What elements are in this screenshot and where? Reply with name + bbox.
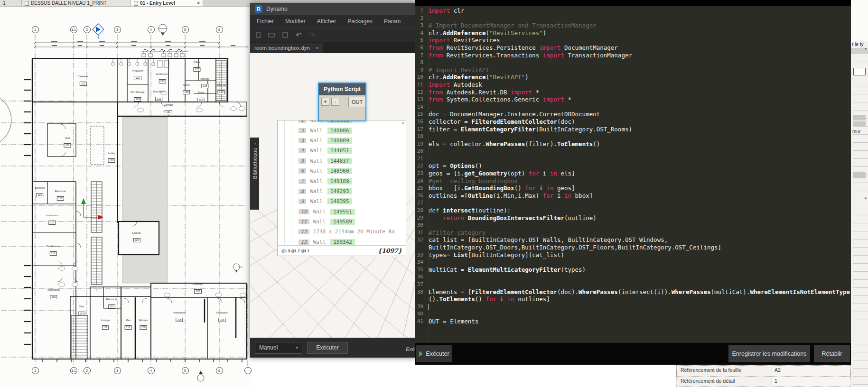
run-mode-select[interactable]: Manuel ▾ — [255, 342, 302, 354]
code-line: 37 — [415, 281, 851, 288]
plan-view-icon — [25, 1, 29, 6]
property-label: Référencement du détail — [677, 377, 772, 387]
save-icon[interactable] — [282, 32, 288, 38]
line-number: 1 — [415, 7, 426, 15]
line-number: 23 — [415, 170, 426, 177]
view-tab-label: 01 - Entry Level — [140, 0, 175, 6]
menu-item-fichier[interactable]: Fichier — [257, 18, 274, 25]
line-number: 33 — [415, 251, 426, 259]
line-number: 39 — [415, 303, 426, 311]
code-area[interactable]: 1import clr23# Import DocumentManager an… — [415, 6, 851, 343]
line-number: 24 — [415, 177, 426, 185]
code-text: #get ceiling boundingbox — [426, 177, 518, 185]
library-tab[interactable]: → Bibliothèque — [250, 138, 259, 210]
redo-icon[interactable]: ↷ — [309, 31, 316, 38]
code-line: 14 — [415, 103, 851, 111]
editor-run-button[interactable]: Exécuter — [416, 345, 452, 362]
list-item: 8Wall149293 — [278, 186, 406, 196]
doc-tab[interactable]: room boundingbox.dyn × — [250, 43, 323, 53]
code-line: 8 — [415, 59, 851, 66]
new-file-icon[interactable] — [256, 32, 261, 38]
line-number: 2 — [415, 15, 426, 22]
code-line: 26outlines =[Outline(i.Min,i.Max) for i … — [415, 192, 851, 200]
revit-logo-icon: R — [255, 5, 262, 13]
code-line: 3# Import DocumentManager and Transactio… — [415, 22, 851, 29]
code-text: import clr — [426, 7, 464, 15]
asterisk-icon: ∗ — [864, 47, 867, 51]
undo-icon[interactable]: ↶ — [296, 31, 302, 38]
view-tab-entry-level[interactable]: 01 - Entry Level × — [131, 0, 203, 6]
code-text: outlines =[Outline(i.Min,i.Max) for i in… — [426, 192, 593, 200]
property-row[interactable]: Référencement de la feuille A2 — [677, 366, 850, 377]
menu-item-param[interactable]: Param — [384, 18, 401, 25]
line-number: 36 — [415, 273, 426, 281]
menu-item-packages[interactable]: Packages — [347, 18, 373, 25]
python-script-node[interactable]: Python Script + - OUT — [318, 83, 366, 121]
save-changes-button[interactable]: Enregistrer les modifications — [728, 345, 810, 362]
watch-list-rows: 1Wall1400032Wall1400063Wall1400094Wall14… — [278, 120, 406, 247]
list-index: 2 — [299, 128, 306, 133]
list-index: 1 — [299, 120, 306, 123]
line-number: 35 — [415, 266, 426, 274]
code-line: 34 — [415, 258, 851, 266]
python-script-editor: 1import clr23# Import DocumentManager an… — [415, 0, 851, 365]
line-number: 18 — [415, 133, 426, 140]
watch-list-node[interactable]: 1Wall1400032Wall1400063Wall1400094Wall14… — [277, 120, 406, 256]
out-port[interactable]: OUT — [348, 97, 365, 107]
code-line: 17filter = ElementCategoryFilter(BuiltIn… — [415, 126, 851, 133]
editor-bottom-bar: Exécuter Enregistrer les modifications R… — [415, 343, 851, 365]
dynamo-title-bar[interactable]: R Dynamo — [250, 3, 416, 15]
element-type: Wall — [310, 198, 323, 204]
view-tab-partial[interactable]: 1 — [0, 0, 22, 6]
code-line: 11import Autodesk — [415, 81, 851, 89]
menu-item-modifier[interactable]: Modifier — [285, 18, 306, 25]
close-icon[interactable]: × — [197, 0, 200, 6]
element-id: 148960 — [327, 168, 352, 174]
close-icon[interactable]: × — [316, 45, 319, 51]
revert-button[interactable]: Rétablir — [814, 345, 850, 362]
python-node-title[interactable]: Python Script — [319, 83, 365, 95]
gutter-divider — [428, 6, 429, 343]
text-cursor — [429, 304, 429, 310]
menu-item-afficher[interactable]: Afficher — [317, 18, 336, 25]
element-type: Wall — [313, 239, 326, 245]
element-type: Wall — [310, 158, 323, 164]
code-line: 16collector = FilteredElementCollector(d… — [415, 118, 851, 126]
element-id: 140009 — [327, 138, 352, 144]
dynamo-canvas[interactable]: → Bibliothèque 1Wall1400032Wall1400063Wa… — [250, 53, 416, 338]
view-tab-dessus-dalle[interactable]: DESSUS DALLE NIVEAU 1_PRINT — [22, 0, 131, 6]
line-number: 9 — [415, 66, 426, 74]
code-line: 31#filter category — [415, 229, 851, 237]
remove-input-button[interactable]: - — [331, 98, 339, 106]
run-mode-value: Manuel — [259, 344, 278, 351]
line-number: 27 — [415, 199, 426, 207]
open-file-icon[interactable] — [268, 33, 275, 37]
run-button[interactable]: Exécuter — [307, 342, 348, 354]
element-type: Wall — [310, 147, 323, 154]
line-number: 16 — [415, 118, 426, 126]
property-row[interactable]: Référencement du détail 1 — [677, 377, 850, 387]
line-number — [415, 244, 426, 251]
chevron-down-icon: ▾ — [296, 345, 298, 350]
shaded-building-mass — [122, 117, 168, 283]
list-index: 3 — [299, 138, 306, 143]
run-status-text: Exé — [406, 346, 415, 352]
add-input-button[interactable]: + — [321, 98, 329, 106]
list-item: 2Wall140006 — [278, 125, 406, 135]
property-value[interactable]: A2 — [772, 366, 850, 376]
editor-run-label: Exécuter — [426, 350, 449, 357]
scroll-indicator[interactable] — [402, 122, 404, 124]
code-line: 29 return BoundingBoxIntersectsFilter(ou… — [415, 214, 851, 222]
code-text: collector = FilteredElementCollector(doc… — [426, 118, 575, 126]
code-text: from RevitServices.Persistence import Do… — [426, 44, 618, 52]
screen: 1 DESSUS DALLE NIVEAU 1_PRINT 01 - Entry… — [0, 0, 868, 387]
level-badges[interactable]: @L3 @L2 @L1 — [281, 249, 309, 253]
asterisk-icon: ∗ — [864, 196, 867, 200]
line-number: 17 — [415, 126, 426, 133]
list-item: 121730 x 2134mm 20 Minute Ra — [278, 227, 406, 237]
code-text: from Autodesk.Revit.DB import * — [426, 89, 539, 96]
code-text: import Autodesk — [426, 81, 482, 89]
code-text: # Import DocumentManager and Transaction… — [426, 22, 597, 29]
line-number: 7 — [415, 52, 426, 59]
property-value[interactable]: 1 — [772, 377, 850, 387]
